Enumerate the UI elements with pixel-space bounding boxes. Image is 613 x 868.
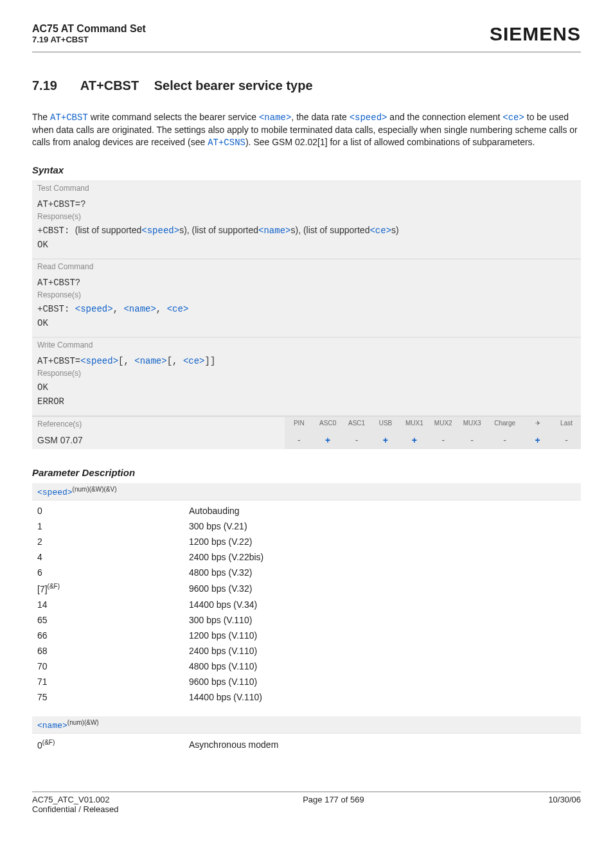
param-speed[interactable]: <speed> bbox=[37, 488, 73, 497]
text: s), (list of supported bbox=[290, 225, 369, 235]
text: s) bbox=[391, 225, 399, 235]
param-speed[interactable]: <speed> bbox=[141, 226, 179, 236]
col-mux3: MUX3 bbox=[458, 417, 486, 431]
write-command-label: Write Command bbox=[32, 337, 581, 352]
text: AT+CBST= bbox=[37, 356, 80, 366]
footer-classification: Confidential / Released bbox=[32, 804, 118, 814]
param-ce[interactable]: <ce> bbox=[183, 356, 205, 366]
param-value: 75 bbox=[32, 689, 184, 705]
text: , bbox=[113, 304, 124, 314]
param-speed[interactable]: <speed> bbox=[75, 304, 113, 314]
table-row: 0Autobauding bbox=[32, 503, 581, 518]
param-description: Asynchronous modem bbox=[184, 736, 581, 753]
col-last: Last bbox=[552, 417, 581, 431]
ok-text: OK bbox=[37, 318, 48, 328]
param-value: 70 bbox=[32, 659, 184, 674]
val-pin: - bbox=[285, 431, 314, 449]
divider bbox=[32, 51, 581, 53]
footer-divider bbox=[32, 792, 581, 792]
param-description: 14400 bps (V.34) bbox=[184, 597, 581, 612]
text: (list of supported bbox=[75, 225, 142, 235]
param-value: 2 bbox=[32, 534, 184, 549]
col-airplane: ✈ bbox=[523, 417, 552, 431]
table-row: 7514400 bps (V.110) bbox=[32, 689, 581, 705]
param-name[interactable]: <name> bbox=[37, 721, 67, 731]
link-ce[interactable]: <ce> bbox=[502, 112, 524, 123]
param-value: 4 bbox=[32, 549, 184, 565]
col-asc0: ASC0 bbox=[314, 417, 342, 431]
table-row: 661200 bps (V.110) bbox=[32, 628, 581, 643]
section-title: 7.19 AT+CBST Select bearer service type bbox=[32, 78, 581, 93]
text: [, bbox=[118, 356, 134, 366]
col-asc1: ASC1 bbox=[342, 417, 371, 431]
table-row: 64800 bps (V.32) bbox=[32, 565, 581, 580]
response-label: Response(s) bbox=[37, 368, 576, 379]
link-name[interactable]: <name> bbox=[259, 112, 291, 123]
param-value: 66 bbox=[32, 628, 184, 643]
reference-label: Reference(s) bbox=[32, 417, 285, 431]
link-speed[interactable]: <speed> bbox=[350, 112, 387, 123]
footer-doc-version: AC75_ATC_V01.002 bbox=[32, 795, 118, 804]
table-row: 1300 bps (V.21) bbox=[32, 518, 581, 534]
text: s), (list of supported bbox=[179, 225, 258, 235]
test-command-label: Test Command bbox=[32, 181, 581, 195]
write-response: OK ERROR bbox=[37, 379, 576, 412]
param-value: 0 bbox=[32, 503, 184, 518]
ok-text: OK bbox=[37, 240, 48, 250]
val-usb: + bbox=[371, 431, 400, 449]
col-mux2: MUX2 bbox=[429, 417, 458, 431]
param-description: 9600 bps (V.110) bbox=[184, 674, 581, 689]
section-code: AT+CBST bbox=[80, 78, 139, 93]
param-description: Autobauding bbox=[184, 503, 581, 518]
table-row: 42400 bps (V.22bis) bbox=[32, 549, 581, 565]
link-atcbst[interactable]: AT+CBST bbox=[50, 112, 88, 123]
param-value: 1 bbox=[32, 518, 184, 534]
doc-title: AC75 AT Command Set bbox=[32, 23, 146, 35]
param-ce[interactable]: <ce> bbox=[167, 304, 189, 314]
col-charge: Charge bbox=[486, 417, 523, 431]
table-row: 0(&F)Asynchronous modem bbox=[32, 736, 581, 753]
read-command-label: Read Command bbox=[32, 259, 581, 274]
speed-table: 0Autobauding1300 bps (V.21)21200 bps (V.… bbox=[32, 503, 581, 705]
text: ). See GSM 02.02[1] for a list of allowe… bbox=[245, 137, 535, 147]
val-mux2: - bbox=[429, 431, 458, 449]
param-description: 9600 bps (V.32) bbox=[184, 580, 581, 597]
param-name[interactable]: <name> bbox=[258, 226, 290, 236]
text: , the data rate bbox=[291, 112, 349, 122]
val-asc0: + bbox=[314, 431, 342, 449]
col-pin: PIN bbox=[285, 417, 314, 431]
footer-date: 10/30/06 bbox=[548, 795, 581, 814]
table-row: 1414400 bps (V.34) bbox=[32, 597, 581, 612]
col-usb: USB bbox=[371, 417, 400, 431]
param-name[interactable]: <name> bbox=[123, 304, 155, 314]
param-desc-heading: Parameter Description bbox=[32, 467, 581, 478]
param-description: 300 bps (V.21) bbox=[184, 518, 581, 534]
param-description: 300 bps (V.110) bbox=[184, 612, 581, 628]
param-description: 2400 bps (V.22bis) bbox=[184, 549, 581, 565]
val-last: - bbox=[552, 431, 581, 449]
write-command: AT+CBST=<speed>[, <name>[, <ce>]] bbox=[37, 355, 576, 368]
name-table: 0(&F)Asynchronous modem bbox=[32, 736, 581, 753]
param-value: [7](&F) bbox=[32, 580, 184, 597]
param-speed[interactable]: <speed> bbox=[80, 356, 118, 366]
table-row: 719600 bps (V.110) bbox=[32, 674, 581, 689]
response-label: Response(s) bbox=[37, 289, 576, 301]
text: write command selects the bearer service bbox=[88, 112, 259, 122]
section-number: 7.19 bbox=[32, 78, 77, 93]
param-ce[interactable]: <ce> bbox=[369, 226, 391, 236]
param-value: 0(&F) bbox=[32, 736, 184, 753]
param-name[interactable]: <name> bbox=[134, 356, 166, 366]
page-footer: AC75_ATC_V01.002 Confidential / Released… bbox=[32, 795, 581, 814]
param-value: 14 bbox=[32, 597, 184, 612]
param-value: 6 bbox=[32, 565, 184, 580]
param-name-header: <name>(num)(&W) bbox=[32, 716, 581, 734]
param-name-sup: (num)(&W) bbox=[67, 719, 99, 726]
table-row: 704800 bps (V.110) bbox=[32, 659, 581, 674]
syntax-heading: Syntax bbox=[32, 164, 581, 175]
param-description: 14400 bps (V.110) bbox=[184, 689, 581, 705]
text: [, bbox=[167, 356, 183, 366]
read-command: AT+CBST? bbox=[37, 276, 576, 289]
link-atcsns[interactable]: AT+CSNS bbox=[208, 137, 245, 148]
doc-subtitle: 7.19 AT+CBST bbox=[32, 35, 146, 44]
text: ]] bbox=[205, 356, 216, 366]
